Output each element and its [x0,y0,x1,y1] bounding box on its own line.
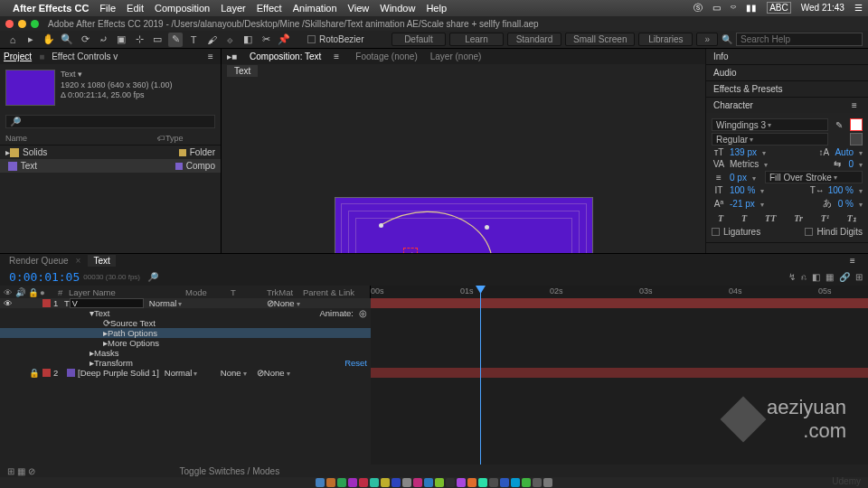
kerning-mode[interactable]: Metrics [730,159,759,169]
workspace-libraries[interactable]: Libraries [638,33,693,46]
layer1-parent[interactable]: None [274,298,319,308]
project-row-solids[interactable]: ▸SolidsFolder [0,145,221,159]
tl-btn-6[interactable]: ⊞ [855,272,863,282]
font-family-select[interactable]: Wingdings 3 [712,118,828,131]
battery-icon[interactable]: ▮▮ [746,3,757,13]
vertex-icon[interactable] [485,225,489,230]
tl-btn-2[interactable]: ⎌ [801,272,807,282]
layer2-bar[interactable] [371,368,868,378]
font-style-select[interactable]: Regular [712,133,828,145]
rotobezier-check[interactable]: RotoBezier [307,34,363,44]
eyedropper-icon[interactable]: ✎ [832,120,846,130]
hindi-check[interactable]: Hindi Digits [805,227,863,237]
eraser-tool-icon[interactable]: ◧ [241,33,255,47]
col-type[interactable]: Type [165,134,215,143]
layer2-parent[interactable]: None [264,368,309,378]
tl-foot-icon[interactable]: ⊞ ▦ ⊘ [7,466,35,476]
menu-edit[interactable]: Edit [127,3,144,14]
tree-more-options[interactable]: ▸ More Options [0,338,371,348]
timeline-search-icon[interactable]: 🔎 [147,272,158,282]
stroke-option[interactable]: Fill Over Stroke [765,171,863,183]
input-abc[interactable]: ABC [767,2,791,14]
layer2-mode[interactable]: Normal [165,368,210,378]
layer2-trkmat[interactable]: None [221,368,257,378]
workspace-smallscreen[interactable]: Small Screen [565,33,635,46]
hscale[interactable]: 100 % [828,185,854,195]
layer-row-1[interactable]: 👁1 T Normal ⊘None [0,298,371,308]
menu-view[interactable]: View [348,3,370,14]
home-icon[interactable]: ⌂ [5,33,20,47]
menu-animation[interactable]: Animation [293,3,337,14]
comp-tab-menu[interactable] [334,52,343,61]
menu-window[interactable]: Window [380,3,415,14]
workspace-standard[interactable]: Standard [507,33,561,46]
viewer-toggle-icon[interactable]: ▸■ [227,52,237,61]
search-help-input[interactable] [736,33,863,46]
col-label-icon[interactable]: 🏷 [157,134,165,143]
tl-btn-4[interactable]: ▦ [826,272,834,282]
baseline[interactable]: -21 px [730,199,755,209]
stroke-swatch[interactable] [850,133,863,145]
layer1-bar[interactable] [371,298,868,308]
tab-layer[interactable]: Layer (none) [430,52,482,61]
hand-tool-icon[interactable]: ✋ [42,33,56,47]
pen-tool-icon[interactable]: ✎ [168,33,183,47]
font-size[interactable]: 139 px [730,147,757,157]
type-style-buttons[interactable]: TTTTTrT¹T₁ [712,213,863,223]
panel-menu-icon[interactable] [208,52,217,61]
tab-timeline-text[interactable]: Text [88,255,115,267]
tree-source-text[interactable]: ⟳ Source Text [0,318,371,328]
roto-tool-icon[interactable]: ✂ [259,33,273,47]
orbit-tool-icon[interactable]: ⟳ [78,33,92,47]
ligatures-check[interactable]: Ligatures [712,227,760,237]
airplay-icon[interactable]: ▭ [712,3,721,13]
spotlight-icon[interactable]: ☰ [854,3,863,13]
menu-file[interactable]: File [99,3,116,14]
type-tool-icon[interactable]: T [186,33,201,47]
col-name[interactable]: Name [5,134,157,143]
wifi-icon[interactable]: ⌔ [731,3,736,13]
tab-effect-controls[interactable]: Effect Controls v [52,52,118,61]
tab-project[interactable]: Project [4,52,32,61]
tree-path-options[interactable]: ▸ Path Options [0,328,371,338]
tl-btn-1[interactable]: ↯ [788,272,796,282]
anchor-tool-icon[interactable]: ⊹ [132,33,146,47]
traffic-lights[interactable] [5,20,39,28]
timeline-menu-icon[interactable] [850,256,859,266]
leading[interactable]: Auto [835,147,854,157]
time-ruler[interactable]: 00s 01s 02s 03s 04s 05s [371,286,868,298]
project-row-text[interactable]: TextCompo [0,159,221,173]
macos-dock[interactable] [0,477,868,488]
menu-effect[interactable]: Effect [257,3,282,14]
shape-tool-icon[interactable]: ▭ [150,33,165,47]
kerning[interactable]: 0 [848,159,854,169]
tl-btn-3[interactable]: ◧ [812,272,820,282]
menu-app[interactable]: After Effects CC [13,3,89,14]
tree-transform[interactable]: ▸ TransformReset [0,358,371,368]
selection-tool-icon[interactable]: ▸ [24,33,38,47]
menu-composition[interactable]: Composition [155,3,210,14]
brush-tool-icon[interactable]: 🖌 [204,33,219,47]
menu-help[interactable]: Help [426,3,447,14]
vertex-icon[interactable] [379,223,383,228]
layer-row-2[interactable]: 🔒2 [Deep Purple Solid 1] Normal None ⊘No… [0,368,371,378]
tl-btn-5[interactable]: 🔗 [839,272,850,282]
tree-text[interactable]: ▾ TextAnimate:◎ [0,308,371,318]
rotate-tool-icon[interactable]: ⤾ [96,33,110,47]
fill-swatch[interactable] [850,118,863,131]
layer-name-input[interactable] [70,298,144,308]
comp-subtab[interactable]: Text [227,65,258,77]
tree-masks[interactable]: ▸ Masks [0,348,371,358]
workspace-learn[interactable]: Learn [449,33,504,46]
workspace-overflow[interactable]: » [696,33,718,46]
stroke-width[interactable]: 0 px [730,173,747,183]
panel-effects-presets[interactable]: Effects & Presets [706,81,868,97]
zoom-tool-icon[interactable]: 🔍 [60,33,74,47]
panel-audio[interactable]: Audio [706,65,868,80]
menu-layer[interactable]: Layer [221,3,246,14]
workspace-default[interactable]: Default [392,33,446,46]
current-timecode[interactable]: 0:00:01:05 [0,270,89,284]
skype-icon[interactable]: ⓢ [693,3,703,13]
project-search[interactable]: 🔎 [5,115,215,128]
tab-render-queue[interactable]: Render Queue [9,256,69,266]
